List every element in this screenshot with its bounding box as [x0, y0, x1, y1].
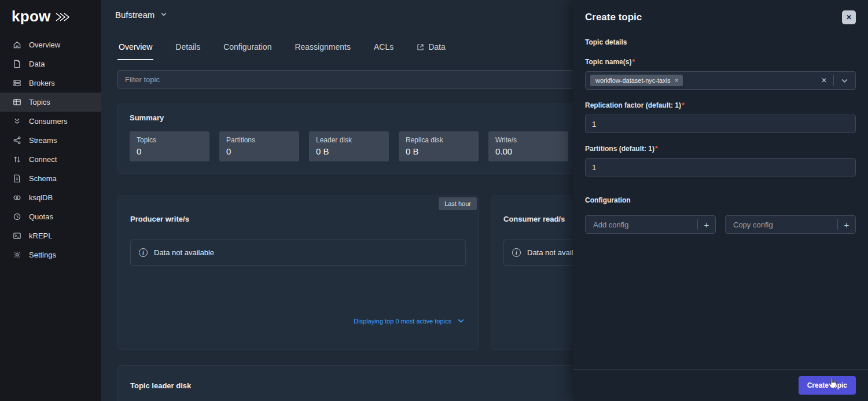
- create-topic-button[interactable]: Create topic: [799, 376, 856, 395]
- topic-names-input[interactable]: workflow-dataset-nyc-taxis ✕ ✕: [585, 71, 856, 90]
- copy-config-plus-icon[interactable]: +: [838, 219, 855, 230]
- stat-replica-disk: Replica disk 0 B: [399, 131, 479, 161]
- terminal-icon: [13, 231, 21, 240]
- producer-write-panel: Last hour Producer write/s i Data not av…: [117, 196, 479, 350]
- sidebar-item-streams[interactable]: Streams: [0, 131, 101, 150]
- stat-writes: Write/s 0.00: [488, 131, 568, 161]
- stat-topics: Topics 0: [130, 131, 209, 161]
- required-marker: *: [682, 101, 685, 109]
- sidebar-nav: Overview Data Brokers Topics Consumers: [0, 33, 101, 264]
- sidebar: kpow Overview Data Brokers: [0, 0, 101, 401]
- topic-name-tag: workflow-dataset-nyc-taxis ✕: [590, 75, 683, 86]
- create-topic-drawer: Create topic ✕ Topic details Topic name(…: [573, 0, 868, 401]
- remove-tag-icon[interactable]: ✕: [675, 78, 679, 83]
- copy-config-input[interactable]: [732, 220, 837, 230]
- logo-text: kpow: [12, 9, 51, 24]
- tag-input-controls: ✕: [821, 75, 849, 86]
- replication-factor-label: Replication factor (default: 1)*: [585, 101, 856, 109]
- partitions-label: Partitions (default: 1)*: [585, 145, 856, 153]
- drawer-footer: Create topic: [573, 369, 868, 401]
- stat-value: 0 B: [316, 146, 382, 156]
- sidebar-item-ksqldb[interactable]: ksqlDB: [0, 188, 101, 207]
- field-label-text: Topic name(s): [585, 58, 631, 66]
- tab-label: Reassignments: [295, 42, 351, 51]
- sidebar-item-label: Consumers: [29, 117, 67, 126]
- add-config-field: +: [585, 215, 716, 234]
- rings-icon: [13, 193, 21, 202]
- stat-label: Topics: [137, 136, 203, 144]
- cluster-selector[interactable]: Bufstream: [115, 10, 155, 20]
- add-config-plus-icon[interactable]: +: [698, 219, 715, 230]
- stat-value: 0: [137, 146, 203, 156]
- tag-label: workflow-dataset-nyc-taxis: [595, 77, 671, 84]
- external-link-icon: [417, 43, 424, 51]
- document-icon: [13, 174, 21, 183]
- divider: [833, 75, 834, 86]
- drawer-header: Create topic ✕: [585, 10, 856, 24]
- sidebar-item-label: Schema: [29, 174, 57, 183]
- chevron-down-icon: [457, 317, 465, 325]
- close-icon[interactable]: ✕: [842, 10, 856, 24]
- tab-reassignments[interactable]: Reassignments: [293, 36, 352, 60]
- partitions-input[interactable]: [585, 158, 856, 176]
- tab-label: Overview: [119, 42, 152, 51]
- stat-partitions: Partitions 0: [219, 131, 299, 161]
- sidebar-item-label: Brokers: [29, 79, 55, 87]
- sidebar-item-topics[interactable]: Topics: [0, 93, 101, 112]
- sidebar-item-label: Overview: [29, 41, 60, 49]
- required-marker: *: [655, 145, 658, 153]
- sidebar-item-label: Data: [29, 60, 45, 68]
- sidebar-item-schema[interactable]: Schema: [0, 169, 101, 188]
- drawer-title: Create topic: [585, 12, 642, 23]
- top-topics-toggle[interactable]: Displaying top 0 most active topics: [354, 317, 465, 325]
- config-row: + +: [585, 215, 856, 234]
- stat-label: Leader disk: [316, 136, 382, 144]
- replication-factor-input[interactable]: [585, 115, 856, 133]
- chevron-down-icon[interactable]: [160, 10, 168, 19]
- tab-label: Details: [175, 42, 200, 51]
- home-icon: [13, 41, 21, 49]
- configuration-heading: Configuration: [585, 196, 856, 204]
- field-label-text: Replication factor (default: 1): [585, 101, 681, 109]
- stat-label: Replica disk: [406, 136, 472, 144]
- stat-label: Write/s: [495, 136, 561, 144]
- sidebar-item-label: Settings: [29, 251, 56, 259]
- server-icon: [13, 79, 21, 87]
- required-marker: *: [632, 58, 635, 66]
- tab-acls[interactable]: ACLs: [373, 36, 395, 60]
- stat-value: 0 B: [406, 146, 472, 156]
- tab-overview[interactable]: Overview: [117, 36, 153, 60]
- logo[interactable]: kpow: [0, 0, 101, 33]
- topic-details-heading: Topic details: [585, 38, 856, 46]
- field-label-text: Partitions (default: 1): [585, 145, 654, 153]
- empty-message: Data not available: [154, 248, 214, 257]
- add-config-input[interactable]: [592, 220, 697, 230]
- table-icon: [13, 98, 21, 106]
- sidebar-item-quotas[interactable]: Quotas: [0, 207, 101, 226]
- sidebar-item-label: kREPL: [29, 231, 52, 240]
- info-icon: i: [512, 248, 521, 257]
- tab-label: ACLs: [374, 42, 393, 51]
- sidebar-item-brokers[interactable]: Brokers: [0, 73, 101, 93]
- clear-all-icon[interactable]: ✕: [821, 76, 827, 84]
- top-topics-label: Displaying top 0 most active topics: [354, 318, 451, 325]
- clock-icon: [13, 212, 21, 221]
- sidebar-item-settings[interactable]: Settings: [0, 245, 101, 264]
- stat-value: 0.00: [495, 146, 561, 156]
- data-not-available-box: i Data not available: [130, 240, 466, 266]
- info-icon: i: [139, 248, 148, 257]
- sidebar-item-krepl[interactable]: kREPL: [0, 226, 101, 245]
- tab-configuration[interactable]: Configuration: [222, 36, 273, 60]
- sidebar-item-connect[interactable]: Connect: [0, 150, 101, 169]
- chevron-down-icon[interactable]: [840, 76, 849, 85]
- kpow-logo-icon: [55, 12, 70, 22]
- tab-label: Configuration: [223, 42, 271, 51]
- tab-data[interactable]: Data: [415, 36, 447, 60]
- chevrons-down-icon: [13, 117, 21, 126]
- sidebar-item-overview[interactable]: Overview: [0, 35, 101, 54]
- sidebar-item-consumers[interactable]: Consumers: [0, 112, 101, 131]
- tab-details[interactable]: Details: [174, 36, 201, 60]
- sidebar-item-label: ksqlDB: [29, 193, 53, 202]
- gear-icon: [13, 251, 21, 259]
- sidebar-item-data[interactable]: Data: [0, 54, 101, 73]
